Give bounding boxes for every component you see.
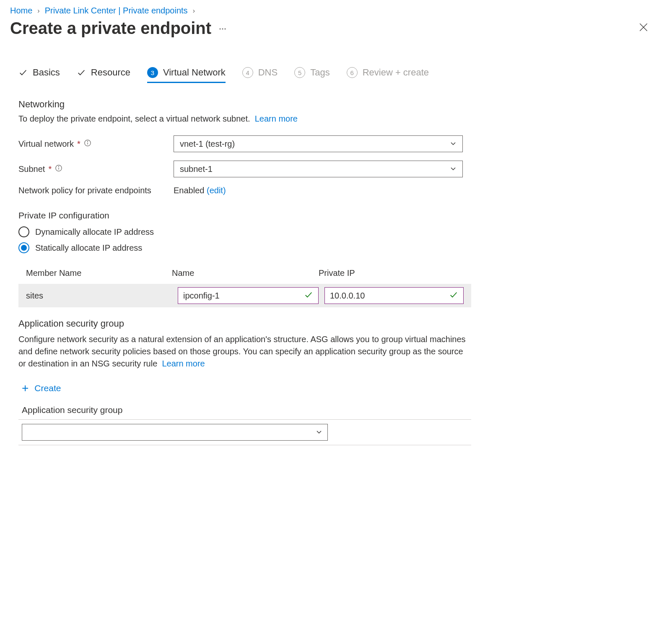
asg-description: Configure network security as a natural … — [18, 333, 471, 370]
policy-label: Network policy for private endpoints — [18, 186, 174, 195]
chevron-right-icon: › — [37, 7, 39, 15]
networking-description: To deploy the private endpoint, select a… — [18, 114, 471, 124]
radio-icon — [18, 242, 29, 253]
member-cell: sites — [26, 291, 172, 301]
asg-select-label: Application security group — [18, 405, 471, 415]
chevron-right-icon: › — [193, 7, 195, 15]
table-row: sites ipconfig-1 10.0.0.10 — [18, 284, 471, 307]
info-icon[interactable] — [55, 164, 62, 174]
tab-tags[interactable]: 5 Tags — [294, 67, 330, 82]
col-name: Name — [172, 268, 319, 278]
svg-point-7 — [59, 166, 59, 166]
plus-icon: + — [22, 382, 29, 395]
asg-heading: Application security group — [18, 318, 471, 329]
asg-create-button[interactable]: + Create — [22, 382, 471, 395]
check-icon — [77, 68, 86, 77]
info-icon[interactable] — [84, 139, 91, 149]
vnet-label: Virtual network * — [18, 139, 174, 149]
learn-more-link[interactable]: Learn more — [255, 114, 298, 123]
tab-basics[interactable]: Basics — [18, 67, 60, 82]
page-title: Create a private endpoint ⋯ — [10, 19, 227, 38]
networking-heading: Networking — [18, 99, 471, 110]
chevron-down-icon — [316, 428, 322, 437]
policy-edit-link[interactable]: (edit) — [207, 186, 226, 195]
tab-virtual-network[interactable]: 3 Virtual Network — [147, 67, 226, 82]
close-button[interactable] — [638, 22, 649, 35]
radio-icon — [18, 226, 29, 237]
breadcrumb: Home › Private Link Center | Private end… — [10, 6, 649, 16]
private-ip-input[interactable]: 10.0.0.10 — [324, 287, 464, 304]
ipconfig-name-input[interactable]: ipconfig-1 — [178, 287, 319, 304]
asg-select[interactable] — [22, 424, 328, 441]
step-number-icon: 4 — [242, 67, 253, 78]
step-number-icon: 5 — [294, 67, 305, 78]
tab-review-create[interactable]: 6 Review + create — [347, 67, 429, 82]
check-icon — [304, 290, 313, 301]
col-member-name: Member Name — [26, 268, 172, 278]
vnet-select[interactable]: vnet-1 (test-rg) — [174, 135, 463, 152]
tab-resource[interactable]: Resource — [77, 67, 130, 82]
wizard-tabs: Basics Resource 3 Virtual Network 4 DNS … — [10, 67, 649, 82]
radio-static[interactable]: Statically allocate IP address — [18, 242, 471, 253]
breadcrumb-center[interactable]: Private Link Center | Private endpoints — [45, 6, 188, 16]
more-actions-button[interactable]: ⋯ — [219, 24, 227, 33]
ip-config-table: Member Name Name Private IP sites ipconf… — [18, 268, 471, 307]
check-icon — [18, 68, 28, 77]
svg-point-4 — [87, 141, 88, 141]
step-number-icon: 6 — [347, 67, 358, 78]
ipconfig-heading: Private IP configuration — [18, 210, 471, 221]
subnet-select[interactable]: subnet-1 — [174, 161, 463, 177]
required-icon: * — [77, 139, 80, 149]
learn-more-link[interactable]: Learn more — [162, 359, 205, 368]
tab-dns[interactable]: 4 DNS — [242, 67, 278, 82]
step-number-icon: 3 — [147, 67, 158, 78]
check-icon — [449, 290, 458, 301]
required-icon: * — [48, 164, 52, 174]
chevron-down-icon — [450, 164, 457, 174]
col-private-ip: Private IP — [319, 268, 464, 278]
breadcrumb-home[interactable]: Home — [10, 6, 32, 16]
subnet-label: Subnet * — [18, 164, 174, 174]
radio-dynamic[interactable]: Dynamically allocate IP address — [18, 226, 471, 237]
policy-value: Enabled (edit) — [174, 186, 226, 195]
chevron-down-icon — [450, 139, 457, 149]
